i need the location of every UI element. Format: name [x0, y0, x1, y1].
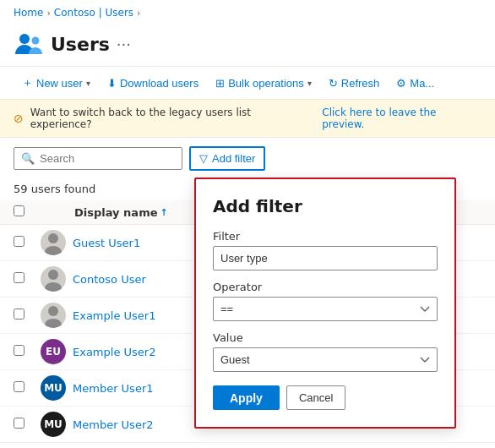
bulk-operations-button[interactable]: ⊞ Bulk operations ▾ — [207, 72, 320, 95]
add-filter-panel: Add filter Filter Operator == != starts … — [194, 178, 456, 429]
bulk-icon: ⊞ — [215, 77, 225, 90]
panel-actions: Apply Cancel — [213, 385, 438, 410]
filter-icon: ▽ — [199, 152, 208, 165]
svg-point-6 — [48, 306, 58, 316]
svg-point-7 — [45, 319, 62, 328]
warning-icon: ⊘ — [14, 112, 24, 125]
breadcrumb: Home › Contoso | Users › — [0, 0, 495, 25]
new-user-button[interactable]: ＋ New user ▾ — [14, 70, 99, 96]
page-title: Users — [51, 34, 110, 55]
row-checkbox[interactable] — [14, 236, 24, 247]
breadcrumb-contoso[interactable]: Contoso | Users — [54, 7, 133, 19]
svg-point-0 — [19, 34, 30, 44]
user-display-name[interactable]: Member User2 — [73, 418, 154, 431]
search-box: 🔍 — [14, 147, 182, 170]
user-display-name[interactable]: Example User2 — [73, 346, 155, 358]
avatar — [41, 230, 66, 255]
svg-point-5 — [45, 282, 62, 292]
filter-field-label: Filter — [213, 230, 438, 243]
leave-preview-link[interactable]: Click here to leave the preview. — [322, 107, 481, 130]
avatar: MU — [41, 375, 66, 401]
value-select[interactable]: Guest Member All — [213, 347, 438, 372]
svg-point-4 — [48, 270, 58, 280]
gear-icon: ⚙ — [396, 77, 406, 90]
row-checkbox[interactable] — [14, 272, 24, 283]
refresh-button[interactable]: ↻ Refresh — [320, 72, 389, 95]
filter-field-input[interactable] — [213, 246, 438, 270]
manage-button[interactable]: ⚙ Ma... — [388, 72, 443, 95]
plus-icon: ＋ — [22, 75, 33, 90]
cancel-button[interactable]: Cancel — [286, 385, 345, 410]
avatar: MU — [41, 412, 66, 437]
svg-point-3 — [45, 246, 62, 255]
filter-bar: 🔍 ▽ Add filter — [0, 138, 495, 179]
avatar — [41, 266, 66, 292]
operator-select[interactable]: == != starts with not starts with — [213, 297, 438, 321]
search-icon: 🔍 — [21, 152, 35, 165]
user-display-name[interactable]: Example User1 — [73, 309, 155, 322]
panel-title: Add filter — [213, 196, 438, 216]
page-header: Users ··· — [0, 25, 495, 66]
sort-arrow-icon: ↑ — [160, 207, 168, 218]
toolbar: ＋ New user ▾ ⬇ Download users ⊞ Bulk ope… — [0, 66, 495, 100]
bulk-chevron: ▾ — [307, 79, 312, 88]
more-options-icon[interactable]: ··· — [117, 36, 131, 53]
preview-banner: ⊘ Want to switch back to the legacy user… — [0, 100, 495, 138]
avatar — [41, 303, 66, 328]
avatar: EU — [41, 339, 66, 364]
svg-point-1 — [32, 37, 40, 45]
select-all-checkbox[interactable] — [14, 205, 24, 216]
users-page-icon — [14, 29, 44, 59]
value-field-label: Value — [213, 331, 438, 344]
download-users-button[interactable]: ⬇ Download users — [99, 72, 207, 95]
svg-point-2 — [48, 233, 58, 243]
add-filter-button[interactable]: ▽ Add filter — [189, 146, 265, 171]
table-row: UCUser Contoso — [0, 443, 495, 448]
row-checkbox[interactable] — [14, 418, 24, 429]
row-checkbox[interactable] — [14, 381, 24, 392]
user-display-name[interactable]: Member User1 — [73, 382, 154, 395]
user-display-name[interactable]: Contoso User — [73, 273, 146, 286]
search-input[interactable] — [40, 152, 175, 165]
user-display-name[interactable]: Guest User1 — [73, 237, 140, 249]
operator-field-label: Operator — [213, 281, 438, 293]
row-checkbox[interactable] — [14, 345, 24, 356]
apply-button[interactable]: Apply — [213, 385, 280, 410]
download-icon: ⬇ — [107, 77, 117, 90]
preview-message: Want to switch back to the legacy users … — [30, 107, 316, 130]
row-checkbox[interactable] — [14, 309, 24, 320]
new-user-chevron: ▾ — [86, 79, 90, 88]
refresh-icon: ↻ — [329, 77, 338, 90]
breadcrumb-home[interactable]: Home — [14, 7, 43, 19]
